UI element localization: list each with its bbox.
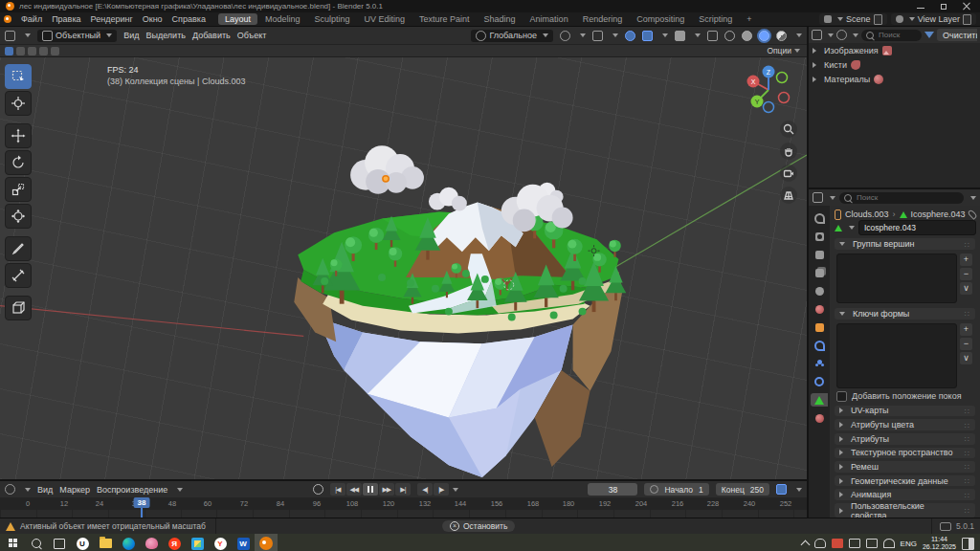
drag-handle-icon[interactable]: :: [965, 491, 970, 499]
start-button[interactable] [2, 534, 25, 551]
drag-handle-icon[interactable]: :: [965, 407, 970, 415]
maximize-button[interactable] [940, 3, 947, 11]
disclosure-icon[interactable] [813, 77, 816, 82]
tab-view-layer[interactable] [811, 266, 828, 279]
transform-orientation[interactable]: Глобальное [471, 30, 553, 42]
panel-uv-maps[interactable]: UV-карты:: [835, 406, 975, 417]
drag-handle-icon[interactable]: :: [965, 476, 970, 485]
shape-keys-list[interactable] [836, 323, 957, 388]
volume-icon[interactable] [883, 539, 895, 548]
select-mode-intersect-icon[interactable] [51, 47, 59, 55]
tab-shading[interactable]: Shading [478, 13, 523, 25]
panel-texture-space[interactable]: Текстурное пространство:: [835, 448, 975, 459]
timeline-menu-view[interactable]: Вид [37, 485, 53, 495]
measure-tool[interactable] [5, 263, 32, 288]
drag-handle-icon[interactable]: :: [965, 506, 970, 515]
next-keyframe-button[interactable]: ▶▶ [379, 483, 394, 496]
select-mode-add-icon[interactable] [28, 47, 36, 55]
antivirus-tray-icon[interactable] [832, 539, 843, 548]
menu-edit[interactable]: Правка [47, 14, 85, 24]
outliner-item-brushes[interactable]: Кисти [809, 57, 980, 72]
shading-wireframe-icon[interactable] [724, 31, 735, 41]
panel-color-attributes[interactable]: Атрибуты цвета:: [835, 419, 975, 430]
shading-material-icon[interactable] [759, 31, 769, 41]
tab-rendering[interactable]: Rendering [576, 13, 630, 25]
timeline-menu-playback[interactable]: Воспроизведение [97, 485, 167, 495]
properties-editor-icon[interactable] [813, 192, 823, 203]
snap-magnet-icon[interactable] [592, 31, 603, 41]
xray-toggle-icon[interactable] [707, 31, 718, 41]
move-tool[interactable] [5, 123, 32, 148]
tab-object-data[interactable] [811, 393, 828, 407]
outliner-search-input[interactable] [877, 30, 917, 40]
properties-search[interactable] [839, 192, 964, 204]
current-frame-field[interactable]: 38 [588, 483, 637, 496]
new-scene-icon[interactable] [874, 14, 882, 25]
tray-expand-icon[interactable] [800, 540, 810, 550]
battery-icon[interactable] [849, 539, 860, 548]
cloud-tray-icon[interactable] [814, 539, 826, 548]
editor-type-icon[interactable] [5, 31, 15, 41]
breadcrumb-object[interactable]: Clouds.003 [845, 209, 889, 219]
tab-particles[interactable] [811, 357, 828, 370]
menu-file[interactable]: Файл [16, 14, 47, 24]
menu-add[interactable]: Добавить [192, 31, 231, 40]
file-explorer-app[interactable] [94, 534, 117, 551]
view-layer-selector[interactable]: View Layer [891, 13, 976, 25]
menu-window[interactable]: Окно [138, 14, 167, 24]
outliner-search[interactable] [861, 30, 922, 41]
network-icon[interactable] [866, 539, 878, 548]
previous-frame-button[interactable]: ◀| [417, 483, 433, 496]
timeline-menu-marker[interactable]: Маркер [59, 485, 90, 495]
timeline-ruler[interactable]: 0 12 24 36 48 60 72 84 96 108 120 132 14… [0, 497, 807, 511]
playhead-frame-label[interactable]: 38 [134, 497, 150, 508]
keying-set-icon[interactable] [776, 484, 787, 495]
yandex-app[interactable]: Y [209, 534, 232, 551]
navigation-gizmo[interactable]: X Y Z [742, 61, 795, 115]
disclosure-icon[interactable] [813, 62, 816, 68]
next-frame-button[interactable]: |▶ [434, 483, 449, 496]
tab-object[interactable] [811, 320, 828, 334]
tab-tool[interactable] [811, 211, 828, 225]
shape-key-specials-button[interactable]: ∨ [960, 352, 972, 364]
menu-view[interactable]: Вид [123, 31, 139, 40]
shading-rendered-icon[interactable] [776, 31, 787, 41]
proportional-editing-icon[interactable] [625, 31, 635, 41]
tab-animation[interactable]: Animation [523, 13, 575, 25]
timeline-track-area[interactable]: 0 12 24 36 48 60 72 84 96 108 120 132 14… [0, 497, 807, 518]
menu-select[interactable]: Выделить [145, 31, 186, 40]
cursor-tool[interactable] [5, 91, 32, 116]
viewport-3d[interactable]: FPS: 24 (38) Коллекция сцены | Clouds.00… [0, 57, 807, 479]
outliner-item-materials[interactable]: Материалы [809, 72, 980, 86]
outliner-filter-id-icon[interactable] [836, 30, 847, 40]
timeline-editor-icon[interactable] [5, 484, 15, 495]
add-cube-tool[interactable] [5, 296, 32, 320]
vertex-group-specials-button[interactable]: ∨ [960, 282, 972, 295]
perspective-toggle-icon[interactable] [780, 187, 797, 204]
options-dropdown[interactable]: Опции [767, 46, 802, 55]
drag-handle-icon[interactable]: :: [965, 434, 970, 443]
panel-custom-properties[interactable]: Пользовательские свойства:: [835, 503, 975, 518]
datablock-name-input[interactable] [858, 220, 976, 235]
drag-handle-icon[interactable]: :: [965, 421, 970, 430]
menu-object[interactable]: Объект [237, 31, 267, 40]
filter-funnel-icon[interactable] [924, 32, 934, 38]
edge-app[interactable] [117, 534, 140, 551]
disclosure-icon[interactable] [813, 48, 816, 54]
shading-solid-icon[interactable] [742, 31, 752, 41]
close-button[interactable] [963, 3, 970, 11]
drag-handle-icon[interactable]: :: [965, 309, 970, 318]
zoom-icon[interactable] [780, 121, 797, 138]
rotate-tool[interactable] [5, 150, 32, 175]
tab-sculpting[interactable]: Sculpting [307, 13, 356, 25]
select-mode-tweak-icon[interactable] [5, 47, 13, 55]
add-shape-key-button[interactable]: + [960, 323, 972, 336]
show-overlays-icon[interactable] [675, 31, 685, 41]
tab-material[interactable] [811, 411, 828, 425]
new-view-layer-icon[interactable] [963, 14, 971, 25]
timeline-channels[interactable] [0, 510, 807, 518]
pivot-point-icon[interactable] [560, 31, 570, 41]
pause-button[interactable] [363, 483, 378, 496]
language-indicator[interactable]: ENG [901, 540, 917, 548]
tab-scene[interactable] [811, 284, 828, 298]
